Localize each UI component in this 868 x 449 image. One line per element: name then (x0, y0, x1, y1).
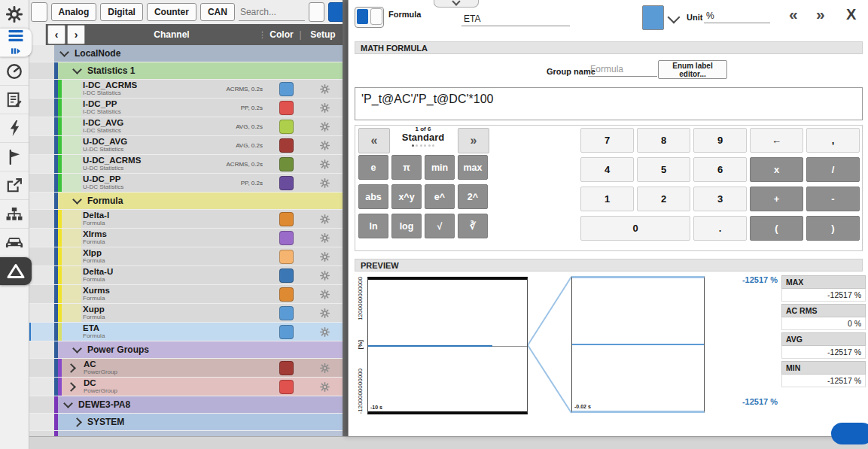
channel-color-swatch[interactable] (279, 306, 294, 320)
keyset-prev-button[interactable]: « (358, 128, 390, 153)
function-key-e[interactable]: e (358, 155, 388, 180)
sidebar-item-export[interactable] (0, 171, 29, 199)
chevron-down-icon[interactable] (72, 195, 82, 205)
channel-color-swatch[interactable] (279, 325, 294, 339)
channel-color-swatch[interactable] (642, 5, 664, 30)
numpad-key-7[interactable]: 7 (580, 128, 634, 153)
numpad-key--[interactable]: - (806, 187, 860, 211)
chevron-right-icon[interactable] (66, 382, 76, 392)
function-key-π[interactable]: π (391, 155, 422, 180)
sidebar-item-dewetron-logo[interactable] (0, 256, 32, 285)
panel-collapse-tab[interactable] (434, 0, 479, 8)
function-key-min[interactable]: min (425, 155, 455, 180)
setup-gear-icon[interactable] (320, 308, 330, 318)
channel-row-i-dc_acrms[interactable]: I-DC_ACRMSI-DC StatisticsACRMS, 0.2s (29, 80, 343, 98)
filter-button-analog[interactable]: Analog (51, 3, 97, 21)
column-prev-button[interactable]: ‹ (47, 25, 65, 44)
channel-color-swatch[interactable] (279, 157, 294, 171)
numpad-key-2[interactable]: 2 (637, 187, 690, 211)
channel-color-swatch[interactable] (279, 231, 294, 245)
clear-filter-button[interactable] (309, 2, 325, 22)
channel-row-u-dc_pp[interactable]: U-DC_PPU-DC StatisticsPP, 0.2s (29, 174, 343, 192)
channel-row-u-dc_avg[interactable]: U-DC_AVGU-DC StatisticsAVG, 0.2s (29, 136, 343, 154)
numpad-key-)[interactable]: ) (806, 216, 860, 241)
enum-label-editor-button[interactable]: Enum label editor... (658, 60, 727, 79)
chevron-down-icon[interactable] (59, 47, 69, 57)
numpad-key-x[interactable]: x (750, 157, 803, 182)
channel-color-swatch[interactable] (279, 101, 294, 115)
channel-color-swatch[interactable] (279, 380, 294, 394)
function-key-abs[interactable]: abs (358, 184, 388, 209)
group-name-input[interactable] (588, 62, 657, 77)
setup-gear-icon[interactable] (320, 252, 330, 262)
channel-row-eta[interactable]: ETAFormula (29, 323, 343, 341)
setup-gear-icon[interactable] (320, 290, 330, 299)
numpad-key-+[interactable]: + (750, 187, 803, 211)
channel-enable-toggle[interactable] (355, 7, 384, 28)
setup-gear-icon[interactable] (320, 214, 330, 224)
channel-row-i-dc_avg[interactable]: I-DC_AVGI-DC StatisticsAVG, 0.2s (29, 117, 343, 135)
numpad-key-5[interactable]: 5 (637, 157, 690, 182)
sidebar-item-events[interactable] (0, 142, 29, 171)
numpad-key-9[interactable]: 9 (693, 128, 747, 153)
function-key-∛[interactable]: ∛ (458, 214, 488, 238)
channel-row-i-dc_pp[interactable]: I-DC_PPI-DC StatisticsPP, 0.2s (29, 99, 343, 117)
filter-button-digital[interactable]: Digital (100, 3, 143, 21)
channel-row-ac[interactable]: ACPowerGroup (29, 359, 343, 377)
setup-gear-icon[interactable] (320, 141, 330, 150)
channel-color-swatch[interactable] (279, 120, 294, 134)
group-row-localnode[interactable]: LocalNode (29, 45, 343, 62)
function-key-ln[interactable]: ln (358, 214, 388, 238)
prev-channel-button[interactable]: « (789, 6, 798, 22)
drag-handle-icon[interactable]: ⋮ (258, 30, 266, 40)
group-row-statistics-1[interactable]: Statistics 1 (29, 62, 343, 79)
setup-gear-icon[interactable] (320, 84, 330, 94)
channel-name-input[interactable] (461, 12, 570, 26)
channel-color-swatch[interactable] (279, 82, 294, 96)
numpad-key-3[interactable]: 3 (693, 187, 747, 211)
setup-gear-icon[interactable] (320, 178, 330, 188)
chevron-down-icon[interactable] (72, 65, 82, 74)
chevron-right-icon[interactable] (66, 363, 76, 373)
channel-row-dc[interactable]: DCPowerGroup (29, 378, 343, 396)
setup-gear-icon[interactable] (320, 271, 330, 281)
sidebar-item-vehicle[interactable] (0, 228, 29, 256)
channel-row-u-dc_acrms[interactable]: U-DC_ACRMSU-DC StatisticsACRMS, 0.2s (29, 155, 343, 173)
setup-gear-icon[interactable] (320, 327, 330, 337)
sidebar-item-network[interactable] (0, 199, 29, 228)
channel-row-xirms[interactable]: XIrmsFormula (29, 229, 343, 247)
color-dropdown-chevron-icon[interactable] (668, 11, 681, 24)
channel-row-xipp[interactable]: XIppFormula (29, 247, 343, 265)
numpad-key-4[interactable]: 4 (580, 157, 634, 182)
filter-settings-button[interactable] (31, 2, 47, 22)
chevron-down-icon[interactable] (72, 344, 82, 353)
sidebar-item-settings[interactable] (0, 0, 29, 28)
function-key-max[interactable]: max (458, 155, 488, 180)
channel-color-swatch[interactable] (279, 176, 294, 190)
channel-color-swatch[interactable] (279, 268, 294, 283)
channel-color-swatch[interactable] (279, 361, 294, 375)
function-key-2^[interactable]: 2^ (458, 184, 488, 209)
channel-color-swatch[interactable] (279, 287, 294, 302)
unit-input[interactable] (704, 9, 770, 23)
numpad-key-6[interactable]: 6 (693, 157, 747, 182)
filter-button-can[interactable]: CAN (200, 3, 235, 21)
channel-row-xupp[interactable]: XuppFormula (29, 304, 343, 322)
function-key-e^[interactable]: e^ (425, 184, 455, 209)
close-panel-button[interactable]: X (846, 7, 856, 22)
sidebar-item-channel-list[interactable] (0, 28, 32, 56)
numpad-key-1[interactable]: 1 (580, 187, 634, 211)
channel-color-swatch[interactable] (279, 138, 294, 153)
column-next-button[interactable]: › (67, 25, 85, 44)
setup-gear-icon[interactable] (320, 363, 330, 373)
numpad-key-8[interactable]: 8 (637, 128, 690, 153)
function-key-√[interactable]: √ (425, 214, 455, 238)
numpad-key-([interactable]: ( (750, 216, 803, 241)
setup-gear-icon[interactable] (320, 233, 330, 243)
filter-button-counter[interactable]: Counter (147, 3, 196, 21)
numpad-key-,[interactable]: , (806, 128, 860, 153)
group-row-dewe3-pa8[interactable]: DEWE3-PA8 (29, 396, 343, 413)
channel-row-xurms[interactable]: XurmsFormula (29, 285, 343, 303)
setup-gear-icon[interactable] (320, 382, 330, 392)
search-input[interactable] (239, 4, 305, 21)
